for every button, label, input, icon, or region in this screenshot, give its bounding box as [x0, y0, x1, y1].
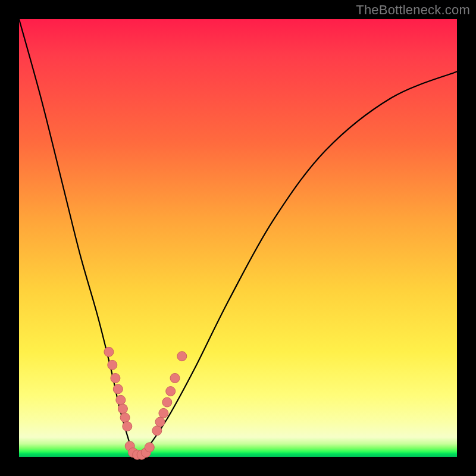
bead-marker [113, 384, 123, 394]
bead-layer [104, 347, 187, 459]
bead-marker [120, 413, 130, 422]
watermark-text: TheBottleneck.com [356, 2, 470, 18]
bead-marker [123, 422, 132, 431]
bead-marker [177, 352, 187, 361]
bead-marker [116, 395, 126, 405]
bead-marker [159, 408, 168, 418]
bead-marker [166, 387, 176, 396]
bottleneck-curve-path [19, 19, 457, 457]
bead-marker [108, 360, 117, 369]
bead-marker [104, 347, 114, 356]
plot-area [19, 19, 457, 457]
chart-frame: TheBottleneck.com [0, 0, 476, 476]
bead-marker [111, 374, 120, 383]
curve-svg [19, 19, 457, 457]
bead-marker [162, 397, 172, 407]
bead-marker [145, 443, 154, 452]
bead-marker [170, 374, 180, 383]
bead-marker [152, 426, 162, 436]
bead-marker [155, 417, 165, 427]
bead-marker [118, 404, 127, 414]
